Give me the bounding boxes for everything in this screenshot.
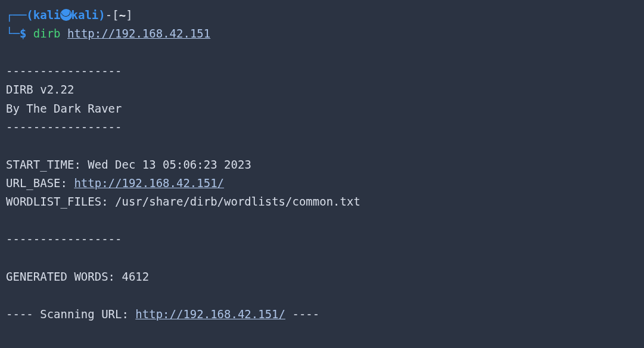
prompt-corner-bottom: └─: [6, 27, 20, 40]
scanning-suffix: ----: [285, 307, 319, 321]
output-generated-words: GENERATED WORDS: 4612: [6, 268, 638, 286]
output-version: DIRB v2.22: [6, 80, 638, 99]
output-blank5: [6, 286, 638, 304]
prompt-dash: -: [105, 8, 112, 21]
scanning-prefix: ---- Scanning URL:: [6, 307, 135, 321]
output-divider3: -----------------: [6, 230, 638, 248]
start-time-value: Wed Dec 13 05:06:23 2023: [88, 158, 251, 171]
output-wordlist: WORDLIST_FILES: /usr/share/dirb/wordlist…: [6, 192, 638, 211]
start-time-label: START_TIME:: [6, 158, 88, 171]
kali-icon: [60, 9, 72, 21]
terminal-window[interactable]: ┌──(kalikali)-[~] └─$ dirb http://192.16…: [6, 6, 638, 324]
wordlist-value: /usr/share/dirb/wordlists/common.txt: [115, 195, 360, 208]
output-start-time: START_TIME: Wed Dec 13 05:06:23 2023: [6, 156, 638, 174]
prompt-symbol: $: [20, 27, 26, 40]
command-arg-url: http://192.168.42.151: [67, 27, 210, 40]
output-url-base: URL_BASE: http://192.168.42.151/: [6, 174, 638, 192]
prompt-line1: ┌──(kalikali)-[~]: [6, 6, 638, 24]
prompt-bracket-close: ]: [126, 8, 132, 21]
url-base-value: http://192.168.42.151/: [74, 176, 224, 189]
wordlist-label: WORDLIST_FILES:: [6, 195, 115, 208]
output-blank3: [6, 212, 638, 230]
output-byline: By The Dark Raver: [6, 100, 638, 118]
output-blank2: [6, 136, 638, 155]
output-divider1: -----------------: [6, 62, 638, 80]
prompt-cwd: ~: [119, 8, 126, 21]
prompt-line2: └─$ dirb http://192.168.42.151: [6, 24, 638, 43]
output-blank4: [6, 248, 638, 267]
prompt-paren-close: ): [98, 8, 105, 21]
output-blank1: [6, 44, 638, 62]
prompt-host: kali: [71, 8, 99, 21]
command-name: dirb: [33, 27, 61, 40]
prompt-paren-open: (: [26, 8, 33, 21]
scanning-url: http://192.168.42.151/: [135, 307, 285, 321]
output-scanning: ---- Scanning URL: http://192.168.42.151…: [6, 305, 638, 324]
output-divider2: -----------------: [6, 118, 638, 136]
prompt-user: kali: [33, 8, 61, 21]
url-base-label: URL_BASE:: [6, 176, 74, 189]
prompt-corner-top: ┌──: [6, 8, 26, 21]
prompt-bracket-open: [: [112, 8, 119, 21]
